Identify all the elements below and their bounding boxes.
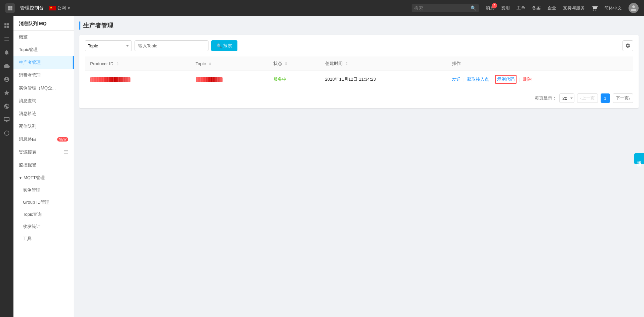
sidebar-item-overview[interactable]: 概览 (13, 31, 74, 43)
col-status: 状态 ⇕ (268, 56, 320, 71)
search-icon[interactable]: 🔍 (470, 5, 476, 11)
topic-value (196, 77, 223, 82)
per-page-label: 每页显示： (535, 95, 557, 101)
main-content: 生产者管理 Topic Group ID 🔍 搜索 (74, 16, 644, 317)
icon-sidebar (0, 16, 13, 317)
gear-icon (625, 43, 631, 48)
sidebar-item-resource-report[interactable]: 资源报表 ☰ (13, 146, 74, 159)
sidebar-item-msg-query[interactable]: 消息查询 (13, 94, 74, 107)
sidebar-title: 消息队列 MQ (13, 16, 74, 31)
filter-bar: Topic Group ID 🔍 搜索 (85, 40, 633, 51)
page-1-button[interactable]: 1 (601, 93, 610, 103)
chevron-down-icon: ▼ (67, 6, 71, 10)
cell-actions: 发送 | 获取接入点 | 示例代码 | 删除 (447, 71, 633, 88)
sort-icon-status[interactable]: ⇕ (285, 62, 288, 66)
svg-point-0 (4, 131, 9, 135)
icon-globe[interactable] (1, 101, 12, 112)
cell-create-time: 2018年11月12日 11:34:23 (320, 71, 447, 88)
nav-enterprise[interactable]: 企业 (547, 5, 556, 11)
table-header-row: Producer ID ⇕ Topic ⇕ 状态 ⇕ 创建时间 (85, 56, 633, 71)
messages-badge: 2 (492, 3, 497, 8)
data-table: Producer ID ⇕ Topic ⇕ 状态 ⇕ 创建时间 (85, 56, 633, 88)
pagination-bar: 每页显示： 20 10 50 ‹ 上一页 1 下一页 › (85, 93, 633, 103)
logo-button[interactable] (5, 3, 15, 13)
nav-cart[interactable] (592, 5, 598, 11)
collapse-icon: ▼ (19, 176, 22, 180)
region-selector[interactable]: 公网 ▼ (49, 5, 71, 11)
action-sample-code-box: 示例代码 (495, 75, 517, 84)
mqtt-section-toggle[interactable]: ▼ MQTT管理 (13, 171, 74, 184)
sidebar-item-producer-mgmt[interactable]: 生产者管理 (13, 56, 74, 69)
sidebar-item-topic-query[interactable]: Topic查询 (13, 208, 74, 221)
search-bar: 🔍 (412, 4, 479, 12)
page-1-label: 1 (604, 96, 606, 101)
sidebar-item-topic-mgmt[interactable]: Topic管理 (13, 43, 74, 56)
create-time-value: 2018年11月12日 11:34:23 (325, 77, 376, 82)
resource-report-icon: ☰ (64, 149, 68, 155)
float-panel[interactable]: 咨询建议 (634, 153, 644, 164)
sort-icon-producer-id[interactable]: ⇕ (116, 62, 119, 66)
search-input[interactable] (414, 6, 469, 11)
icon-star[interactable] (1, 87, 12, 98)
search-button[interactable]: 🔍 搜索 (211, 40, 237, 51)
sidebar-item-groupid[interactable]: Group ID管理 (13, 196, 74, 208)
icon-monitor[interactable] (1, 114, 12, 125)
nav-workorder[interactable]: 工单 (517, 5, 525, 11)
prev-page-button[interactable]: ‹ 上一页 (577, 93, 598, 103)
topnav: 管理控制台 公网 ▼ 🔍 消息 2 费用 工单 备案 企业 支持与服务 简体中文 (0, 0, 644, 16)
icon-settings[interactable] (1, 74, 12, 85)
icon-circle[interactable] (1, 128, 12, 138)
filter-type-select[interactable]: Topic Group ID (85, 40, 132, 51)
region-flag (49, 6, 56, 10)
table-head: Producer ID ⇕ Topic ⇕ 状态 ⇕ 创建时间 (85, 56, 633, 71)
nav-sidebar: 消息队列 MQ 概览 Topic管理 生产者管理 消费者管理 实例管理（MQ企.… (13, 16, 74, 317)
col-create-time: 创建时间 ⇕ (320, 56, 447, 71)
nav-actions: 消息 2 费用 工单 备案 企业 支持与服务 简体中文 (486, 3, 639, 13)
settings-button[interactable] (622, 40, 633, 51)
icon-list[interactable] (1, 34, 12, 44)
nav-support[interactable]: 支持与服务 (563, 5, 585, 11)
action-send[interactable]: 发送 (452, 77, 461, 82)
cell-topic (190, 71, 268, 88)
sidebar-item-msg-route[interactable]: 消息路由 NEW (13, 133, 74, 146)
new-badge: NEW (57, 137, 68, 142)
sidebar-item-dead-queue[interactable]: 死信队列 (13, 120, 74, 133)
page-size-select[interactable]: 20 10 50 (559, 93, 574, 103)
chevron-right-icon: › (629, 96, 630, 101)
icon-bell[interactable] (1, 47, 12, 58)
body-wrap: 消息队列 MQ 概览 Topic管理 生产者管理 消费者管理 实例管理（MQ企.… (0, 16, 644, 317)
action-get-endpoint[interactable]: 获取接入点 (467, 77, 489, 82)
sidebar-item-instance[interactable]: 实例管理 (13, 184, 74, 196)
sidebar-item-monitor[interactable]: 监控报警 (13, 159, 74, 171)
action-delete[interactable]: 删除 (523, 77, 532, 82)
sidebar-item-consumer-mgmt[interactable]: 消费者管理 (13, 69, 74, 82)
table-body: 服务中 2018年11月12日 11:34:23 发送 | 获取接入点 | 示例… (85, 71, 633, 88)
producer-id-value (90, 77, 130, 82)
icon-cloud[interactable] (1, 61, 12, 71)
sidebar-item-instance-mgmt[interactable]: 实例管理（MQ企... (13, 82, 74, 94)
cell-status: 服务中 (268, 71, 320, 88)
user-avatar[interactable] (629, 3, 639, 13)
status-badge: 服务中 (273, 77, 287, 82)
console-title: 管理控制台 (20, 5, 44, 11)
action-sample-code[interactable]: 示例代码 (497, 77, 515, 82)
nav-messages[interactable]: 消息 2 (486, 5, 494, 11)
next-page-button[interactable]: 下一页 › (613, 93, 633, 103)
sort-icon-create-time[interactable]: ⇕ (345, 62, 348, 66)
page-title: 生产者管理 (79, 22, 639, 30)
search-icon: 🔍 (217, 43, 222, 48)
nav-filing[interactable]: 备案 (532, 5, 541, 11)
filter-input[interactable] (135, 40, 209, 51)
content-card: Topic Group ID 🔍 搜索 Producer ID (79, 35, 639, 108)
nav-billing[interactable]: 费用 (501, 5, 510, 11)
col-topic: Topic ⇕ (190, 56, 268, 71)
sidebar-item-msg-trace[interactable]: 消息轨迹 (13, 107, 74, 120)
region-name: 公网 (57, 5, 66, 11)
sort-icon-topic[interactable]: ⇕ (209, 62, 212, 66)
sidebar-item-stats[interactable]: 收发统计 (13, 221, 74, 233)
icon-grid[interactable] (1, 20, 12, 31)
sidebar-item-tools[interactable]: 工具 (13, 233, 74, 245)
cell-producer-id (85, 71, 190, 88)
nav-language[interactable]: 简体中文 (604, 5, 622, 11)
table-row: 服务中 2018年11月12日 11:34:23 发送 | 获取接入点 | 示例… (85, 71, 633, 88)
